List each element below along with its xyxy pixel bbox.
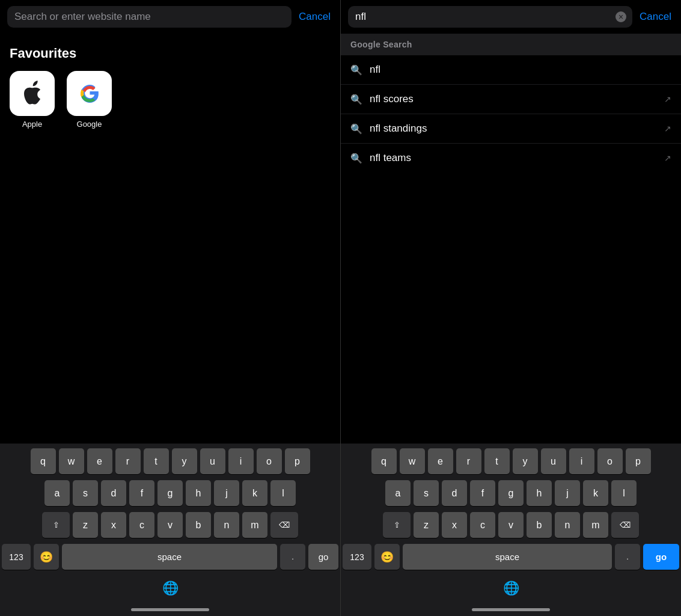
key-b[interactable]: b: [186, 512, 211, 538]
rkey-l[interactable]: l: [611, 480, 637, 506]
rnum-key[interactable]: 123: [343, 544, 371, 570]
rshift-key[interactable]: ⇧: [383, 512, 411, 538]
rkey-v[interactable]: v: [498, 512, 524, 538]
key-f[interactable]: f: [129, 480, 154, 506]
key-l[interactable]: l: [270, 480, 296, 506]
kb-row-bottom: 123 😊 space . go: [2, 544, 338, 570]
rkey-h[interactable]: h: [527, 480, 552, 506]
rkey-f[interactable]: f: [470, 480, 495, 506]
globe-icon[interactable]: 🌐: [162, 581, 179, 596]
search-icon-2: 🔍: [350, 94, 362, 105]
clear-search-icon[interactable]: [615, 11, 626, 22]
favourite-google[interactable]: Google: [67, 71, 112, 129]
key-n[interactable]: n: [214, 512, 239, 538]
key-a[interactable]: a: [44, 480, 70, 506]
result-text-1: nfl: [370, 64, 671, 76]
rbackspace-key[interactable]: ⌫: [611, 512, 639, 538]
key-m[interactable]: m: [242, 512, 267, 538]
emoji-key[interactable]: 😊: [34, 544, 59, 570]
favourite-apple[interactable]: Apple: [10, 71, 55, 129]
rkey-n[interactable]: n: [555, 512, 580, 538]
google-icon: [67, 71, 112, 116]
go-key[interactable]: go: [308, 544, 338, 570]
key-q[interactable]: q: [31, 448, 56, 474]
home-indicator-right: [472, 608, 550, 611]
right-cancel-button[interactable]: Cancel: [637, 11, 674, 23]
kb-row-rbottom: 123 😊 space . go: [343, 544, 679, 570]
search-icon-3: 🔍: [350, 123, 362, 135]
rperiod-key[interactable]: .: [615, 544, 640, 570]
rkey-z[interactable]: z: [414, 512, 439, 538]
key-z[interactable]: z: [73, 512, 98, 538]
left-search-input[interactable]: [14, 11, 284, 23]
key-y[interactable]: y: [172, 448, 197, 474]
result-nfl-scores[interactable]: 🔍 nfl scores ↗: [341, 85, 681, 114]
rspace-key[interactable]: space: [403, 544, 612, 570]
arrow-icon-2: ↗: [664, 94, 671, 104]
left-panel: Cancel Favourites Apple: [0, 0, 340, 616]
key-d[interactable]: d: [101, 480, 126, 506]
rkey-m[interactable]: m: [583, 512, 608, 538]
key-r[interactable]: r: [115, 448, 141, 474]
result-text-4: nfl teams: [370, 152, 657, 164]
rkey-t[interactable]: t: [484, 448, 510, 474]
rkey-d[interactable]: d: [442, 480, 467, 506]
rkey-k[interactable]: k: [583, 480, 608, 506]
kb-globe-right: 🌐: [343, 576, 679, 606]
key-w[interactable]: w: [59, 448, 84, 474]
kb-row-r1: q w e r t y u i o p: [343, 448, 679, 474]
rkey-g[interactable]: g: [498, 480, 524, 506]
key-e[interactable]: e: [87, 448, 112, 474]
left-cancel-button[interactable]: Cancel: [296, 11, 333, 23]
result-nfl-standings[interactable]: 🔍 nfl standings ↗: [341, 114, 681, 144]
key-h[interactable]: h: [186, 480, 211, 506]
right-search-input[interactable]: [355, 11, 609, 23]
key-j[interactable]: j: [214, 480, 239, 506]
key-s[interactable]: s: [73, 480, 98, 506]
search-icon-4: 🔍: [350, 153, 362, 164]
search-icon-1: 🔍: [350, 64, 362, 76]
rkey-x[interactable]: x: [442, 512, 467, 538]
key-v[interactable]: v: [157, 512, 183, 538]
rkey-i[interactable]: i: [569, 448, 594, 474]
rkey-w[interactable]: w: [400, 448, 425, 474]
rkey-p[interactable]: p: [626, 448, 651, 474]
right-search-input-wrap[interactable]: [348, 6, 632, 28]
rkey-s[interactable]: s: [414, 480, 439, 506]
key-u[interactable]: u: [200, 448, 225, 474]
rkey-b[interactable]: b: [527, 512, 552, 538]
key-i[interactable]: i: [228, 448, 254, 474]
rkey-r[interactable]: r: [456, 448, 481, 474]
rkey-j[interactable]: j: [555, 480, 580, 506]
kb-globe-area: 🌐: [2, 576, 338, 606]
key-o[interactable]: o: [257, 448, 282, 474]
result-nfl-teams[interactable]: 🔍 nfl teams ↗: [341, 144, 681, 172]
result-text-2: nfl scores: [370, 93, 657, 105]
result-nfl[interactable]: 🔍 nfl: [341, 55, 681, 85]
key-x[interactable]: x: [101, 512, 126, 538]
globe-icon-right[interactable]: 🌐: [503, 581, 519, 596]
key-t[interactable]: t: [144, 448, 169, 474]
key-k[interactable]: k: [242, 480, 267, 506]
period-key[interactable]: .: [280, 544, 305, 570]
space-key[interactable]: space: [62, 544, 277, 570]
key-c[interactable]: c: [129, 512, 154, 538]
result-text-3: nfl standings: [370, 123, 657, 135]
rkey-u[interactable]: u: [541, 448, 566, 474]
key-p[interactable]: p: [285, 448, 310, 474]
rgo-key[interactable]: go: [643, 544, 679, 570]
backspace-key[interactable]: ⌫: [270, 512, 298, 538]
right-panel: Cancel Google Search 🔍 nfl 🔍 nfl scores …: [341, 0, 681, 616]
rkey-y[interactable]: y: [513, 448, 538, 474]
rkey-e[interactable]: e: [428, 448, 453, 474]
favourites-grid: Apple Google: [10, 71, 331, 129]
rkey-a[interactable]: a: [385, 480, 411, 506]
num-key[interactable]: 123: [2, 544, 31, 570]
rkey-o[interactable]: o: [597, 448, 623, 474]
shift-key[interactable]: ⇧: [42, 512, 70, 538]
rkey-c[interactable]: c: [470, 512, 495, 538]
key-g[interactable]: g: [157, 480, 183, 506]
rkey-q[interactable]: q: [371, 448, 397, 474]
remoji-key[interactable]: 😊: [374, 544, 400, 570]
left-search-input-wrap[interactable]: [7, 6, 292, 28]
